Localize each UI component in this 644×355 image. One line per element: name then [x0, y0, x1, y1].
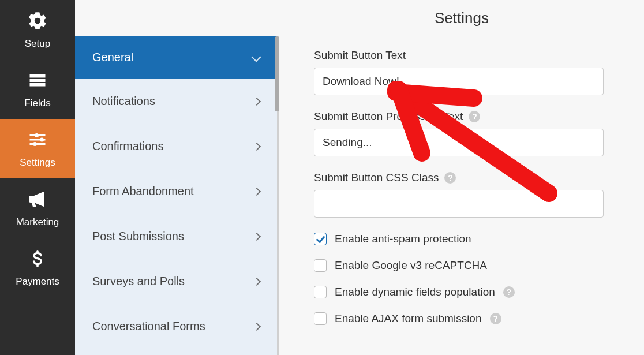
css-class-input[interactable]	[314, 190, 604, 218]
panel-header: Settings	[279, 0, 644, 36]
subnav-label: Surveys and Polls	[92, 275, 185, 288]
subnav-label: Form Abandonment	[92, 185, 194, 198]
settings-form: Submit Button Text Submit Button Process…	[279, 36, 644, 355]
checkbox-label: Enable Google v3 reCAPTCHA	[335, 259, 487, 272]
chevron-right-icon	[254, 186, 260, 197]
help-icon[interactable]: ?	[469, 111, 480, 122]
svg-point-0	[35, 133, 39, 137]
submit-button-text-input[interactable]	[314, 68, 604, 95]
rail-label: Payments	[16, 276, 59, 287]
processing-text-input[interactable]	[314, 129, 604, 156]
chevron-right-icon	[254, 322, 260, 332]
field-submit-button-text: Submit Button Text	[314, 49, 627, 95]
checkbox-label: Enable anti-spam protection	[335, 233, 471, 245]
rail-label: Setup	[25, 38, 50, 50]
field-css-class: Submit Button CSS Class ?	[314, 171, 627, 218]
chevron-right-icon	[254, 231, 260, 242]
checkbox-label: Enable AJAX form submission	[335, 312, 482, 325]
chevron-down-icon	[253, 53, 260, 63]
field-label: Submit Button CSS Class ?	[314, 171, 627, 184]
subnav-list: General Notifications Confirmations Form…	[75, 36, 279, 355]
check-dynamic-fields[interactable]: Enable dynamic fields population ?	[314, 286, 627, 298]
subnav-spacer	[75, 0, 279, 36]
checkbox[interactable]	[314, 286, 327, 298]
help-icon[interactable]: ?	[503, 286, 515, 298]
checkbox-label: Enable dynamic fields population	[335, 286, 495, 298]
rail-item-marketing[interactable]: Marketing	[0, 178, 75, 238]
page-title: Settings	[435, 9, 489, 27]
check-ajax[interactable]: Enable AJAX form submission ?	[314, 312, 627, 325]
checkbox[interactable]	[314, 259, 327, 272]
subnav-item-confirmations[interactable]: Confirmations	[75, 124, 277, 169]
left-rail: Setup Fields Settings Marketing Payments	[0, 0, 75, 355]
main-panel: Settings Submit Button Text Submit Butto…	[279, 0, 644, 355]
field-label: Submit Button Processing Text ?	[314, 110, 627, 123]
svg-point-1	[40, 137, 44, 141]
subnav-label: Conversational Forms	[92, 320, 205, 333]
subnav-item-form-abandonment[interactable]: Form Abandonment	[75, 169, 277, 214]
rail-label: Marketing	[16, 216, 59, 228]
chevron-right-icon	[254, 276, 260, 287]
subnav-label: Post Submissions	[92, 230, 184, 243]
subnav-label: General	[92, 51, 133, 64]
chevron-right-icon	[254, 141, 260, 152]
list-icon	[27, 70, 48, 93]
field-label: Submit Button Text	[314, 49, 627, 62]
gear-icon	[27, 10, 48, 33]
subnav-label: Notifications	[92, 95, 155, 108]
subnav-item-surveys-polls[interactable]: Surveys and Polls	[75, 259, 277, 304]
subnav-item-conversational-forms[interactable]: Conversational Forms	[75, 304, 277, 349]
rail-label: Fields	[24, 98, 50, 109]
rail-item-payments[interactable]: Payments	[0, 238, 75, 297]
check-recaptcha[interactable]: Enable Google v3 reCAPTCHA	[314, 259, 627, 272]
chevron-right-icon	[254, 96, 260, 107]
help-icon[interactable]: ?	[444, 172, 456, 184]
subnav-item-post-submissions[interactable]: Post Submissions	[75, 214, 277, 259]
help-icon[interactable]: ?	[490, 313, 501, 324]
subnav-item-general[interactable]: General	[75, 36, 277, 79]
svg-point-2	[33, 141, 37, 145]
rail-item-fields[interactable]: Fields	[0, 59, 75, 119]
rail-item-setup[interactable]: Setup	[0, 0, 75, 59]
rail-item-settings[interactable]: Settings	[0, 119, 75, 178]
subnav-item-notifications[interactable]: Notifications	[75, 79, 277, 124]
checkbox[interactable]	[314, 312, 327, 325]
subnav-label: Confirmations	[92, 140, 163, 153]
scrollbar[interactable]	[275, 36, 279, 111]
bullhorn-icon	[27, 189, 48, 212]
check-anti-spam[interactable]: Enable anti-spam protection	[314, 233, 627, 245]
checkbox[interactable]	[314, 233, 327, 245]
rail-label: Settings	[20, 157, 55, 169]
settings-subnav: General Notifications Confirmations Form…	[75, 0, 279, 355]
dollar-icon	[27, 248, 48, 271]
sliders-icon	[27, 129, 48, 152]
field-processing-text: Submit Button Processing Text ?	[314, 110, 627, 156]
checkbox-group: Enable anti-spam protection Enable Googl…	[314, 233, 627, 325]
